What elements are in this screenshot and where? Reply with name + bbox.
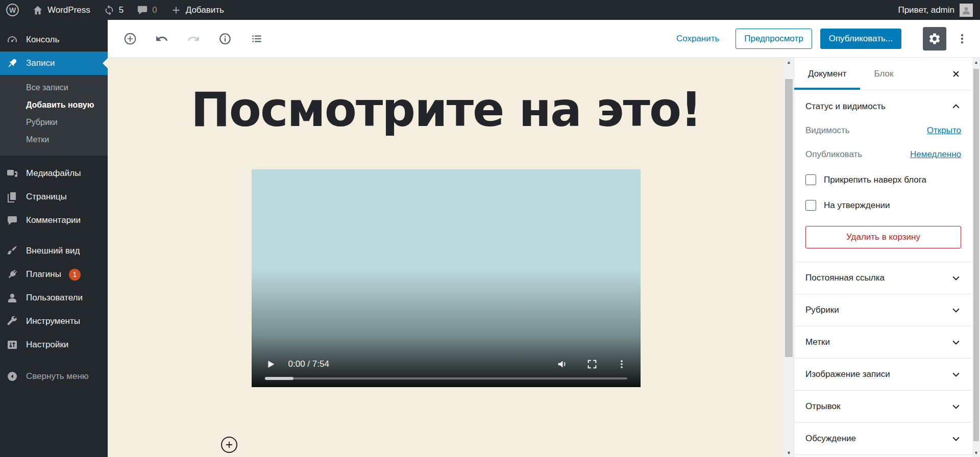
comment-bubble-icon [137, 5, 148, 16]
editor: Сохранить Предпросмотр Опубликовать... П… [108, 20, 980, 457]
sidebar-item-posts[interactable]: Записи [0, 52, 108, 75]
plus-icon [170, 5, 182, 16]
undo-button[interactable] [153, 30, 171, 48]
video-block[interactable]: 0:00 / 7:54 [252, 169, 641, 387]
visibility-value-link[interactable]: Открыто [927, 125, 961, 136]
submenu-tags[interactable]: Метки [0, 131, 108, 148]
kebab-menu-icon [955, 32, 969, 45]
panel-excerpt[interactable]: Отрывок [794, 391, 972, 423]
tab-block[interactable]: Блок [860, 58, 907, 90]
close-icon [951, 69, 961, 79]
add-new-menu[interactable]: Добавить [170, 5, 224, 16]
submenu-all-posts[interactable]: Все записи [0, 79, 108, 96]
sidebar-item-label: Комментарии [26, 215, 81, 225]
settings-toggle-button[interactable] [923, 27, 946, 50]
panel-categories[interactable]: Рубрики [794, 294, 972, 326]
publish-button[interactable]: Опубликовать... [820, 29, 901, 49]
status-panel-header[interactable]: Статус и видимость [805, 101, 961, 112]
content-scrollbar[interactable]: ▲ ▼ [784, 58, 794, 457]
sticky-checkbox-row[interactable]: Прикрепить наверх блога [805, 174, 961, 185]
post-canvas: Посмотрите на это! 0:00 / 7:54 [108, 58, 784, 457]
user-silhouette-icon [961, 5, 971, 15]
scroll-up-arrow[interactable]: ▲ [972, 58, 980, 66]
chevron-down-icon [951, 305, 961, 315]
panel-tags[interactable]: Метки [794, 326, 972, 359]
sidebar-item-users[interactable]: Пользователи [0, 286, 108, 310]
video-more-button[interactable] [616, 359, 627, 370]
admin-bar: W WordPress 5 0 Добавить Привет, admin [0, 0, 980, 20]
content-info-button[interactable] [216, 30, 234, 48]
settings-sidebar: Документ Блок Статус и видимость [794, 58, 972, 457]
video-controls: 0:00 / 7:54 [265, 359, 627, 370]
post-title[interactable]: Посмотрите на это! [108, 84, 784, 136]
sticky-checkbox[interactable] [805, 174, 816, 185]
pending-checkbox-row[interactable]: На утверждении [805, 200, 961, 211]
scroll-up-arrow[interactable]: ▲ [784, 58, 794, 66]
sidebar-item-pages[interactable]: Страницы [0, 185, 108, 209]
sidebar-item-comments[interactable]: Комментарии [0, 209, 108, 232]
panel-title: Отрывок [805, 401, 840, 412]
site-link[interactable]: WordPress [32, 5, 90, 16]
save-draft-button[interactable]: Сохранить [676, 34, 719, 44]
scroll-down-arrow[interactable]: ▼ [972, 448, 980, 457]
editor-toolbar: Сохранить Предпросмотр Опубликовать... [108, 20, 980, 58]
submenu-add-new[interactable]: Добавить новую [0, 96, 108, 114]
updates-menu[interactable]: 5 [104, 5, 124, 16]
undo-icon [155, 32, 168, 45]
video-progress-bar[interactable] [265, 377, 627, 379]
add-block-icon [124, 32, 137, 45]
panel-title: Метки [805, 337, 830, 347]
pending-label: На утверждении [824, 200, 890, 211]
move-to-trash-button[interactable]: Удалить в корзину [805, 226, 961, 248]
play-button[interactable] [265, 359, 276, 370]
collapse-menu-button[interactable]: Свернуть меню [0, 365, 108, 388]
sidebar-item-appearance[interactable]: Внешний вид [0, 239, 108, 263]
publish-date-label: Опубликовать [805, 149, 862, 160]
block-inserter-button[interactable] [121, 30, 139, 48]
comments-menu[interactable]: 0 [137, 5, 157, 16]
sidebar-item-dashboard[interactable]: Консоль [0, 28, 108, 52]
panel-discussion[interactable]: Обсуждение [794, 423, 972, 455]
user-greeting[interactable]: Привет, admin [898, 5, 954, 15]
sidebar-scrollbar-thumb[interactable] [973, 69, 979, 441]
redo-button[interactable] [184, 30, 203, 48]
sidebar-item-settings[interactable]: Настройки [0, 333, 108, 357]
preview-button[interactable]: Предпросмотр [736, 29, 812, 49]
wordpress-logo-icon: W [6, 4, 19, 16]
sidebar-item-label: Страницы [26, 192, 67, 202]
add-block-appender[interactable] [221, 437, 237, 453]
sidebar-item-label: Записи [26, 58, 55, 68]
publish-date-value-link[interactable]: Немедленно [910, 149, 961, 160]
panel-permalink[interactable]: Постоянная ссылка [794, 262, 972, 294]
chevron-down-icon [951, 369, 961, 379]
pushpin-icon [6, 57, 18, 69]
more-options-button[interactable] [954, 27, 970, 50]
fullscreen-button[interactable] [586, 359, 598, 370]
list-view-button[interactable] [248, 30, 266, 48]
content-scrollbar-thumb[interactable] [785, 79, 793, 357]
close-settings-button[interactable] [945, 58, 967, 90]
sidebar-item-plugins[interactable]: Плагины 1 [0, 263, 108, 286]
submenu-categories[interactable]: Рубрики [0, 114, 108, 131]
sidebar-item-label: Медиафайлы [26, 168, 81, 179]
panel-featured-image[interactable]: Изображение записи [794, 359, 972, 391]
avatar[interactable] [960, 4, 973, 17]
scroll-down-arrow[interactable]: ▼ [784, 448, 794, 457]
info-icon [218, 32, 232, 45]
mute-button[interactable] [557, 359, 568, 370]
user-icon [6, 292, 18, 304]
sidebar-item-media[interactable]: Медиафайлы [0, 162, 108, 185]
visibility-label: Видимость [805, 125, 850, 136]
sidebar-item-tools[interactable]: Инструменты [0, 310, 108, 333]
tab-document[interactable]: Документ [794, 58, 860, 90]
plugins-update-badge: 1 [69, 269, 81, 281]
sidebar-scrollbar[interactable]: ▲ ▼ [972, 58, 980, 457]
comments-icon [6, 214, 18, 226]
video-progress-played [265, 377, 294, 380]
panel-title: Обсуждение [805, 434, 856, 444]
wrench-icon [6, 315, 18, 327]
collapse-arrow-icon [6, 370, 18, 383]
admin-menu: Консоль Записи Все записи Добавить новую… [0, 20, 108, 457]
wordpress-logo-menu[interactable]: W [6, 4, 19, 16]
pending-checkbox[interactable] [805, 200, 816, 211]
